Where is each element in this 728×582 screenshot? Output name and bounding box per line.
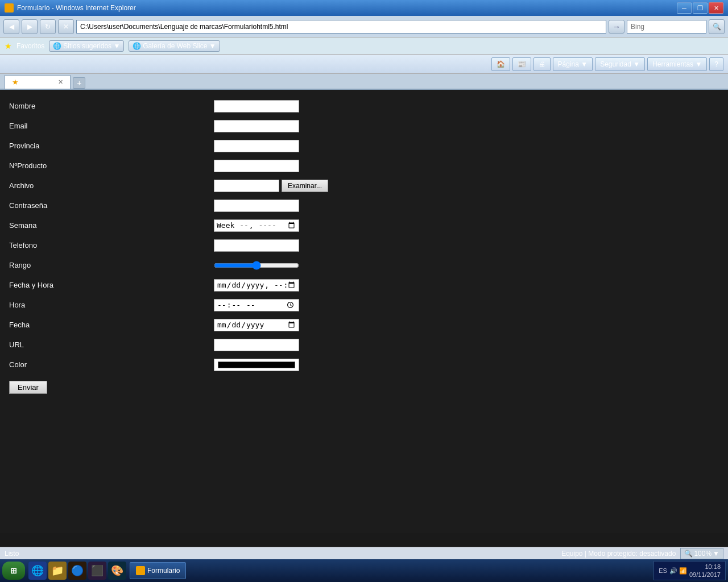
nombre-input[interactable] [214,100,299,113]
tab-icon: ★ [12,78,19,86]
form-row-rango: Rango [9,256,719,275]
form-row-contrasena: Contraseña [9,196,719,215]
submit-row: Enviar [9,375,719,394]
close-button[interactable]: ✕ [709,2,723,14]
tab-label: Formulario [21,78,53,86]
tab-close-button[interactable]: ✕ [58,78,63,86]
page-content: Nombre Email Provincia NºProducto Archiv… [0,90,728,533]
label-fechahora: Fecha y Hora [9,281,214,289]
seguridad-button[interactable]: Seguridad ▼ [595,57,645,71]
label-provincia: Provincia [9,142,214,150]
email-input[interactable] [214,120,299,132]
web-slice-button[interactable]: 🌐 Galería de Web Slice ▼ [129,40,220,52]
label-nproducto: NºProducto [9,161,214,170]
favorites-label: Favoritos [16,42,44,50]
pagina-button[interactable]: Página ▼ [553,57,593,71]
label-nombre: Nombre [9,102,214,110]
tab-bar: ★ Formulario ✕ + [0,74,728,90]
window-titlebar: Formulario - Windows Internet Explorer ─… [0,0,728,16]
form-row-nproducto: NºProducto [9,156,719,175]
main-form: Nombre Email Provincia NºProducto Archiv… [9,97,719,394]
herramientas-button[interactable]: Herramientas ▼ [647,57,707,71]
form-row-semana: Semana [9,216,719,235]
print-button[interactable]: 🖨 [533,57,551,71]
minimize-button[interactable]: ─ [677,2,692,14]
label-url: URL [9,340,214,349]
label-rango: Rango [9,261,214,269]
label-telefono: Telefono [9,241,214,250]
address-bar: ◀ ▶ ↻ ✕ → 🔍 [0,16,728,38]
rango-input[interactable] [214,259,299,272]
submit-button[interactable]: Enviar [9,381,47,394]
help-button[interactable]: ? [709,57,723,71]
label-contrasena: Contraseña [9,201,214,210]
color-input[interactable] [214,359,299,371]
archivo-text-input[interactable] [214,180,279,192]
semana-input[interactable] [214,219,299,232]
label-fecha: Fecha [9,321,214,329]
back-button[interactable]: ◀ [3,19,19,34]
provincia-input[interactable] [214,140,299,152]
label-hora: Hora [9,301,214,309]
telefono-input[interactable] [214,239,299,252]
form-row-provincia: Provincia [9,136,719,155]
tab-formulario[interactable]: ★ Formulario ✕ [5,75,71,89]
stop-button[interactable]: ✕ [58,19,74,34]
restore-button[interactable]: ❒ [693,2,708,14]
form-row-hora: Hora [9,296,719,314]
search-input[interactable] [627,20,706,34]
form-row-color: Color [9,355,719,374]
go-button[interactable]: → [609,20,624,34]
file-input-wrapper: Examinar... [214,180,328,192]
fecha-input[interactable] [214,319,299,331]
window-controls: ─ ❒ ✕ [677,2,723,14]
hora-input[interactable] [214,299,299,311]
forward-button[interactable]: ▶ [22,19,38,34]
contrasena-input[interactable] [214,199,299,212]
web-slice-label: Galería de Web Slice ▼ [143,42,216,50]
label-semana: Semana [9,221,214,230]
examinar-button[interactable]: Examinar... [282,180,328,192]
favorites-bar: ★ Favoritos 🌐 Sitios sugeridos ▼ 🌐 Galer… [0,38,728,55]
label-email: Email [9,122,214,130]
form-row-url: URL [9,335,719,354]
address-input[interactable] [76,20,606,34]
form-row-fecha: Fecha [9,315,719,334]
window-title: Formulario - Windows Internet Explorer [17,4,677,12]
url-input[interactable] [214,339,299,351]
form-row-archivo: Archivo Examinar... [9,176,719,195]
suggested-sites-label: Sitios sugeridos ▼ [63,42,120,50]
web-slice-icon: 🌐 [133,42,141,50]
refresh-button[interactable]: ↻ [40,19,56,34]
label-color: Color [9,360,214,369]
fechahora-input[interactable] [214,279,299,292]
nproducto-input[interactable] [214,160,299,172]
form-row-fechahora: Fecha y Hora [9,276,719,294]
label-archivo: Archivo [9,181,214,190]
form-row-email: Email [9,117,719,135]
home-button[interactable]: 🏠 [491,57,510,71]
new-tab-button[interactable]: + [73,77,85,89]
form-row-nombre: Nombre [9,97,719,115]
search-button[interactable]: 🔍 [709,19,725,34]
form-row-telefono: Telefono [9,236,719,255]
ie-toolbar: 🏠 📰 🖨 Página ▼ Seguridad ▼ Herramientas … [0,55,728,74]
suggested-sites-icon: 🌐 [53,42,61,50]
favorites-star-icon: ★ [5,41,12,51]
feeds-button[interactable]: 📰 [512,57,531,71]
suggested-sites-button[interactable]: 🌐 Sitios sugeridos ▼ [49,40,124,52]
window-icon [5,3,14,13]
